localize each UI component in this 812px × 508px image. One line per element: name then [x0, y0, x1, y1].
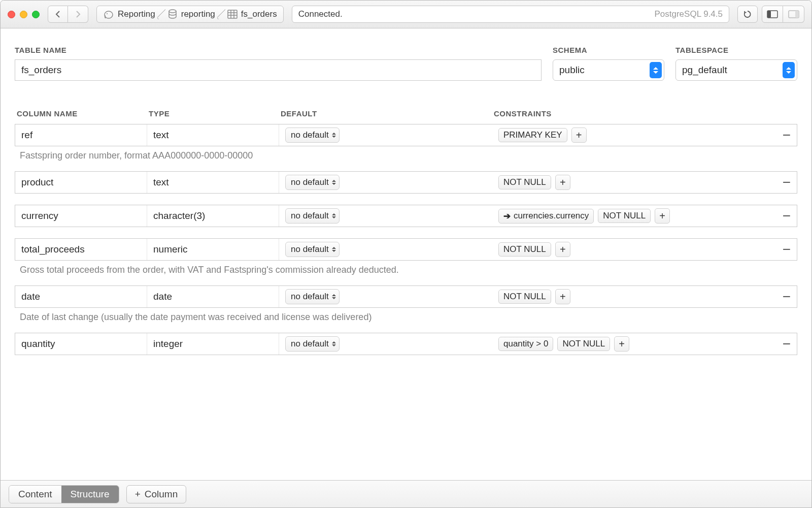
- remove-column-button[interactable]: −: [776, 241, 797, 258]
- default-dropdown[interactable]: no default: [285, 289, 340, 304]
- plus-icon: +: [135, 489, 141, 500]
- default-dropdown-label: no default: [291, 130, 329, 140]
- default-dropdown-label: no default: [291, 244, 329, 255]
- database-icon: [167, 9, 178, 19]
- constraint-text: NOT NULL: [503, 244, 546, 255]
- remove-column-button[interactable]: −: [776, 289, 797, 305]
- forward-button[interactable]: [68, 6, 88, 23]
- default-dropdown-label: no default: [291, 211, 329, 221]
- window-controls: [8, 11, 40, 18]
- breadcrumb-connection[interactable]: Reporting: [97, 9, 161, 19]
- constraint-text: NOT NULL: [603, 211, 646, 221]
- column-name-cell[interactable]: ref: [15, 124, 147, 146]
- select-stepper-icon: [650, 62, 662, 78]
- column-constraints-cell: quantity > 0NOT NULL+: [492, 333, 776, 355]
- dropdown-stepper-icon: [332, 341, 336, 346]
- tablespace-select[interactable]: pg_default: [675, 59, 797, 81]
- add-constraint-button[interactable]: +: [614, 336, 629, 352]
- table-icon: [227, 10, 238, 19]
- breadcrumb-label: fs_orders: [241, 9, 277, 19]
- column-constraints-cell: ➔currencies.currencyNOT NULL+: [492, 205, 776, 227]
- toggle-left-panel-button[interactable]: [762, 6, 783, 23]
- constraint-text: NOT NULL: [562, 339, 605, 349]
- constraint-pill[interactable]: PRIMARY KEY: [498, 128, 567, 142]
- default-dropdown[interactable]: no default: [285, 175, 340, 190]
- svg-rect-9: [767, 11, 771, 18]
- column-type-cell[interactable]: character(3): [147, 205, 279, 227]
- dropdown-stepper-icon: [332, 247, 336, 252]
- remove-column-button[interactable]: −: [776, 127, 797, 143]
- constraint-text: NOT NULL: [503, 292, 546, 302]
- column-row: currencycharacter(3)no default➔currencie…: [15, 205, 797, 227]
- remove-column-button[interactable]: −: [776, 336, 797, 352]
- close-window-button[interactable]: [8, 11, 15, 18]
- column-default-cell: no default: [279, 286, 492, 307]
- column-name-cell[interactable]: product: [15, 172, 147, 193]
- default-dropdown-label: no default: [291, 292, 329, 302]
- column-constraints-cell: NOT NULL+: [492, 239, 776, 260]
- column-constraints-cell: NOT NULL+: [492, 172, 776, 193]
- constraint-pill[interactable]: NOT NULL: [498, 175, 551, 189]
- default-dropdown[interactable]: no default: [285, 208, 340, 224]
- dropdown-stepper-icon: [332, 213, 336, 218]
- main-content: TABLE NAME SCHEMA public TABLESPACE pg_d…: [1, 28, 811, 480]
- svg-point-2: [169, 10, 176, 13]
- breadcrumb-table[interactable]: fs_orders: [221, 9, 283, 19]
- breadcrumb-label: reporting: [181, 9, 215, 19]
- svg-point-1: [107, 13, 108, 14]
- constraint-text: quantity > 0: [503, 339, 548, 349]
- dropdown-stepper-icon: [332, 133, 336, 138]
- column-type-cell[interactable]: text: [147, 172, 279, 193]
- constraint-pill[interactable]: NOT NULL: [498, 242, 551, 257]
- remove-column-button[interactable]: −: [776, 174, 797, 190]
- column-type-cell[interactable]: date: [147, 286, 279, 307]
- column-name-cell[interactable]: currency: [15, 205, 147, 227]
- breadcrumb-database[interactable]: reporting: [161, 9, 221, 19]
- column-row: quantityintegerno defaultquantity > 0NOT…: [15, 333, 797, 355]
- tab-structure[interactable]: Structure: [61, 486, 119, 503]
- constraint-pill[interactable]: NOT NULL: [598, 209, 651, 223]
- table-name-input[interactable]: [15, 59, 542, 81]
- constraints-header: CONSTRAINTS: [494, 109, 775, 118]
- schema-value: public: [559, 65, 585, 76]
- column-description: Gross total proceeds from the order, wit…: [15, 262, 797, 285]
- default-dropdown[interactable]: no default: [285, 336, 340, 352]
- titlebar: Reporting reporting fs_orders Connected.…: [1, 1, 811, 28]
- breadcrumb-label: Reporting: [118, 9, 155, 19]
- constraint-pill[interactable]: quantity > 0: [498, 337, 553, 351]
- dropdown-stepper-icon: [332, 180, 336, 185]
- add-constraint-button[interactable]: +: [555, 242, 570, 257]
- default-dropdown[interactable]: no default: [285, 242, 340, 257]
- column-name-cell[interactable]: date: [15, 286, 147, 307]
- column-name-cell[interactable]: total_proceeds: [15, 239, 147, 260]
- add-constraint-button[interactable]: +: [571, 128, 587, 143]
- schema-select[interactable]: public: [553, 59, 664, 81]
- app-window: Reporting reporting fs_orders Connected.…: [0, 0, 812, 508]
- add-constraint-button[interactable]: +: [655, 208, 670, 224]
- add-constraint-button[interactable]: +: [555, 289, 570, 304]
- toggle-right-panel-button[interactable]: [783, 6, 804, 23]
- svg-rect-11: [795, 11, 799, 18]
- status-bar: Connected. PostgreSQL 9.4.5: [292, 6, 729, 23]
- column-default-cell: no default: [279, 205, 492, 227]
- zoom-window-button[interactable]: [32, 11, 40, 18]
- constraint-pill[interactable]: ➔currencies.currency: [498, 209, 594, 224]
- constraint-text: NOT NULL: [503, 177, 546, 187]
- column-type-cell[interactable]: numeric: [147, 239, 279, 260]
- remove-column-button[interactable]: −: [776, 208, 797, 224]
- add-column-button[interactable]: + Column: [126, 485, 187, 503]
- column-name-cell[interactable]: quantity: [15, 333, 147, 355]
- column-type-cell[interactable]: text: [147, 124, 279, 146]
- default-dropdown[interactable]: no default: [285, 128, 340, 143]
- reload-button[interactable]: [737, 6, 758, 23]
- add-constraint-button[interactable]: +: [555, 175, 570, 190]
- back-button[interactable]: [48, 6, 68, 23]
- column-default-cell: no default: [279, 333, 492, 355]
- constraint-text: PRIMARY KEY: [503, 130, 562, 140]
- constraint-pill[interactable]: NOT NULL: [557, 337, 610, 351]
- constraint-pill[interactable]: NOT NULL: [498, 290, 551, 304]
- table-name-label: TABLE NAME: [15, 46, 542, 54]
- column-type-cell[interactable]: integer: [147, 333, 279, 355]
- minimize-window-button[interactable]: [20, 11, 27, 18]
- tab-content[interactable]: Content: [9, 486, 61, 503]
